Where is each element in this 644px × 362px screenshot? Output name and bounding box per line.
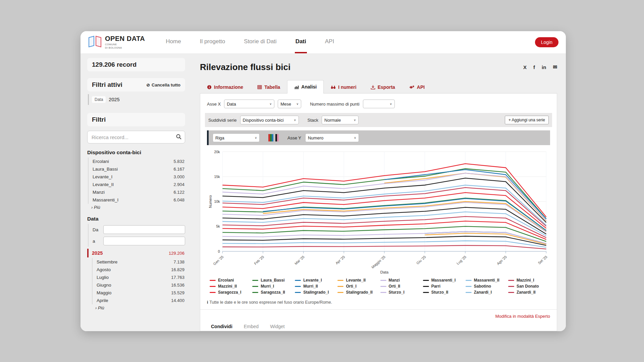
asse-y-select[interactable]: Numero∨	[305, 133, 359, 142]
x-icon[interactable]: X	[523, 64, 527, 70]
filter-field-value: 2025	[109, 97, 119, 102]
flow-line-chart[interactable]: 05k10k15k20kGen '25Feb '25Mar '25Apr '25…	[207, 148, 550, 277]
tab-i-numeri[interactable]: I numeri	[324, 80, 363, 94]
tab-informazione[interactable]: Informazione	[200, 80, 250, 94]
date-from-input[interactable]	[103, 225, 185, 234]
legend-item[interactable]: Murri_I	[252, 284, 291, 289]
legend-item[interactable]: San Donato	[508, 284, 547, 289]
color-palette-icon[interactable]	[268, 134, 279, 141]
legend-item[interactable]: Sabotino	[466, 284, 505, 289]
month-facet-item[interactable]: Giugno16.536	[93, 281, 185, 289]
chevron-down-icon: ∨	[354, 118, 356, 122]
device-facet-item[interactable]: Levante_II2.904	[89, 181, 185, 188]
share-tab-condividi[interactable]: Condividi	[211, 324, 232, 331]
tab-api[interactable]: API	[402, 80, 432, 94]
legend-item[interactable]: Saragozza_I	[210, 290, 249, 295]
month-facet-item[interactable]: Agosto16.829	[93, 266, 185, 274]
asse-x-unit-select[interactable]: Mese∨	[278, 100, 301, 108]
stack-select[interactable]: Normale∨	[322, 116, 359, 124]
month-facet-item[interactable]: Aprile14.400	[93, 297, 185, 304]
stack-label: Stack	[308, 118, 319, 123]
legend-item[interactable]: Manzi	[380, 278, 420, 283]
nav-item-storie-di-dati[interactable]: Storie di Dati	[243, 31, 277, 53]
device-facet-item[interactable]: Massarenti_I6.048	[89, 196, 185, 204]
legend-item[interactable]: Parri	[423, 284, 462, 289]
svg-text:Apr '25: Apr '25	[335, 255, 346, 265]
svg-text:0: 0	[218, 249, 220, 253]
legend-color-dash	[423, 286, 429, 287]
device-facet-item[interactable]: Levante_I3.000	[89, 173, 185, 181]
nav-item-api[interactable]: API	[324, 31, 335, 53]
suddividi-select[interactable]: Dispositivo conta-bici∨	[240, 116, 299, 124]
device-facet-item[interactable]: Ercolani5.832	[89, 158, 185, 165]
share-tab-widget[interactable]: Widget	[270, 324, 285, 331]
legend-item[interactable]: Mazzini_I	[508, 278, 547, 283]
active-filter-chip[interactable]: Data 2025	[88, 94, 185, 105]
legend-item[interactable]: Orti_II	[380, 284, 420, 289]
legend-item[interactable]: Zanardi_I	[466, 290, 505, 295]
chart-icon	[294, 84, 299, 89]
legend-color-dash	[380, 280, 386, 281]
legend-item[interactable]: Massarenti_I	[423, 278, 462, 283]
max-points-select[interactable]: ∨	[363, 100, 395, 108]
asse-y-label: Asse Y	[287, 135, 301, 140]
logo-subtitle-2: DI BOLOGNA	[105, 46, 122, 49]
nav-item-il-progetto[interactable]: Il progetto	[199, 31, 226, 53]
tab-esporta[interactable]: Esporta	[364, 80, 402, 94]
search-input[interactable]	[87, 131, 185, 143]
timezone-note: iTutte le date e le ore sono espresse ne…	[207, 300, 550, 305]
legend-color-dash	[466, 292, 472, 293]
legend-color-dash	[210, 286, 216, 287]
riga-select[interactable]: Riga∨	[213, 133, 260, 142]
chevron-down-icon: ∨	[294, 118, 296, 122]
legend-item[interactable]: Levante_I	[295, 278, 334, 283]
legend-item[interactable]: Mazzini_II	[210, 284, 249, 289]
add-series-button[interactable]: + Aggiungi una serie	[505, 116, 549, 124]
legend-item[interactable]: Stalingrado_II	[337, 290, 377, 295]
date-to-input[interactable]	[103, 237, 185, 245]
legend-item[interactable]: Massarenti_II	[466, 278, 505, 283]
share-tab-embed[interactable]: Embed	[244, 324, 259, 331]
series-row-bar: Riga∨ Asse Y Numero∨	[207, 130, 550, 145]
legend-item[interactable]: Zanardi_II	[508, 290, 547, 295]
facebook-icon[interactable]: f	[533, 64, 535, 70]
divider	[200, 309, 557, 310]
legend-item[interactable]: Sturzo_II	[423, 290, 462, 295]
dataset-tabbar: InformazioneTabellaAnalisiI numeriEsport…	[200, 80, 557, 94]
chevron-down-icon: ∨	[354, 136, 356, 139]
legend-item[interactable]: Sturzo_I	[380, 290, 420, 295]
tab-tabella[interactable]: Tabella	[250, 80, 287, 94]
year-facet-2025[interactable]: 2025 129.206	[87, 249, 185, 257]
asse-x-select[interactable]: Data∨	[224, 100, 274, 108]
device-more-link[interactable]: › Più	[87, 204, 185, 210]
legend-item[interactable]: Orti_I	[337, 284, 377, 289]
legend-item[interactable]: Murri_II	[295, 284, 334, 289]
svg-text:5k: 5k	[216, 224, 220, 228]
legend-item[interactable]: Ercolani	[210, 278, 249, 283]
open-data-logo[interactable]: OPEN DATA COMUNE DI BOLOGNA	[88, 35, 145, 49]
month-facet-item[interactable]: Settembre7.138	[93, 258, 185, 266]
svg-text:Feb '25: Feb '25	[253, 255, 265, 265]
nav-item-home[interactable]: Home	[165, 31, 181, 53]
tab-analisi[interactable]: Analisi	[287, 80, 324, 94]
email-icon[interactable]: ✉	[553, 64, 557, 70]
month-facet-item[interactable]: Luglio17.763	[93, 274, 185, 281]
clear-all-filters-button[interactable]: ⊘ Cancella tutto	[146, 82, 180, 87]
expert-mode-link[interactable]: Modifica in modalità Esperto	[495, 314, 550, 319]
legend-item[interactable]: Levante_II	[337, 278, 377, 283]
device-facet-item[interactable]: Manzi6.122	[89, 188, 185, 196]
share-tabbar: CondividiEmbedWidget	[207, 324, 550, 331]
login-button[interactable]: Login	[535, 37, 558, 47]
date-from-label: Da	[93, 227, 100, 232]
device-facet-item[interactable]: Laura_Bassi6.167	[89, 165, 185, 173]
legend-item[interactable]: Stalingrado_I	[295, 290, 334, 295]
month-more-link[interactable]: › Più	[91, 304, 185, 310]
page-title: Rilevazione flussi bici	[200, 62, 290, 72]
month-facet-item[interactable]: Maggio15.529	[93, 289, 185, 297]
nav-item-dati[interactable]: Dati	[295, 31, 307, 53]
legend-item[interactable]: Saragozza_II	[252, 290, 291, 295]
series-config-strip: Suddividi serie Dispositivo conta-bici∨ …	[205, 113, 552, 127]
chart-svg: 05k10k15k20kGen '25Feb '25Mar '25Apr '25…	[207, 148, 550, 275]
legend-item[interactable]: Laura_Bassi	[252, 278, 291, 283]
linkedin-icon[interactable]: in	[542, 64, 546, 70]
